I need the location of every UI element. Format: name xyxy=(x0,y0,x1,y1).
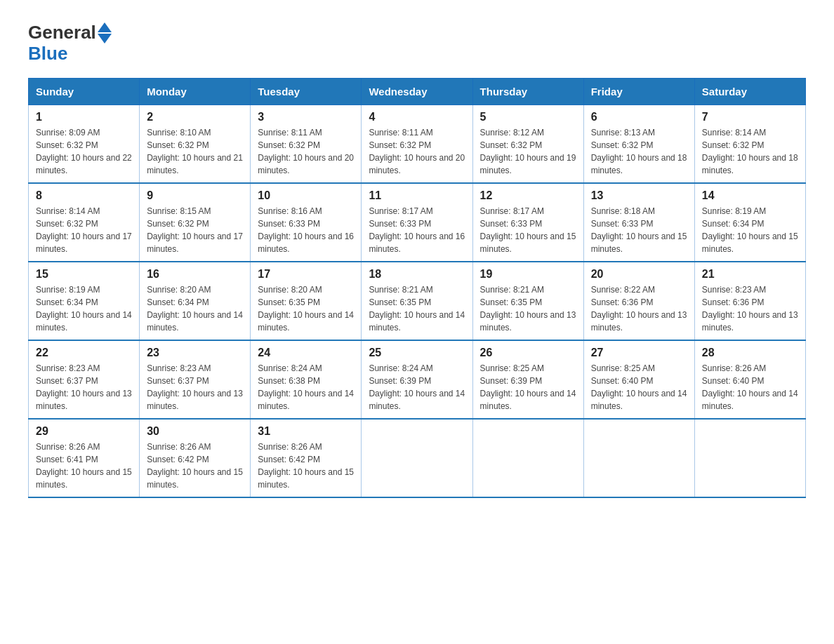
day-number: 9 xyxy=(147,189,243,202)
day-info: Sunrise: 8:11 AM Sunset: 6:32 PM Dayligh… xyxy=(258,126,354,177)
calendar-row: 15 Sunrise: 8:19 AM Sunset: 6:34 PM Dayl… xyxy=(29,262,806,340)
calendar-row: 29 Sunrise: 8:26 AM Sunset: 6:41 PM Dayl… xyxy=(29,419,806,497)
calendar-cell: 31 Sunrise: 8:26 AM Sunset: 6:42 PM Dayl… xyxy=(251,419,362,497)
calendar-cell: 28 Sunrise: 8:26 AM Sunset: 6:40 PM Dayl… xyxy=(694,340,805,419)
calendar-cell: 14 Sunrise: 8:19 AM Sunset: 6:34 PM Dayl… xyxy=(694,183,805,262)
day-number: 4 xyxy=(369,111,465,123)
calendar-cell xyxy=(694,419,805,497)
day-info: Sunrise: 8:26 AM Sunset: 6:42 PM Dayligh… xyxy=(258,441,354,491)
calendar-cell: 30 Sunrise: 8:26 AM Sunset: 6:42 PM Dayl… xyxy=(140,419,251,497)
calendar-cell: 15 Sunrise: 8:19 AM Sunset: 6:34 PM Dayl… xyxy=(29,262,140,340)
calendar-cell: 21 Sunrise: 8:23 AM Sunset: 6:36 PM Dayl… xyxy=(694,262,805,340)
day-info: Sunrise: 8:19 AM Sunset: 6:34 PM Dayligh… xyxy=(36,283,132,334)
calendar-cell: 8 Sunrise: 8:14 AM Sunset: 6:32 PM Dayli… xyxy=(29,183,140,262)
day-number: 19 xyxy=(480,268,576,281)
day-info: Sunrise: 8:16 AM Sunset: 6:33 PM Dayligh… xyxy=(258,205,354,255)
calendar-cell: 19 Sunrise: 8:21 AM Sunset: 6:35 PM Dayl… xyxy=(472,262,583,340)
day-info: Sunrise: 8:21 AM Sunset: 6:35 PM Dayligh… xyxy=(369,283,465,334)
day-info: Sunrise: 8:24 AM Sunset: 6:38 PM Dayligh… xyxy=(258,362,354,412)
column-header-tuesday: Tuesday xyxy=(251,78,362,105)
calendar-cell: 11 Sunrise: 8:17 AM Sunset: 6:33 PM Dayl… xyxy=(362,183,472,262)
calendar-cell: 9 Sunrise: 8:15 AM Sunset: 6:32 PM Dayli… xyxy=(140,183,251,262)
day-number: 8 xyxy=(36,189,132,202)
day-number: 10 xyxy=(258,189,354,202)
day-info: Sunrise: 8:10 AM Sunset: 6:32 PM Dayligh… xyxy=(147,126,243,177)
calendar-cell: 24 Sunrise: 8:24 AM Sunset: 6:38 PM Dayl… xyxy=(251,340,362,419)
day-number: 14 xyxy=(702,189,798,202)
day-number: 27 xyxy=(591,347,687,359)
page-header: General Blue xyxy=(28,21,806,64)
day-number: 6 xyxy=(591,111,687,123)
day-info: Sunrise: 8:23 AM Sunset: 6:37 PM Dayligh… xyxy=(147,362,243,412)
day-info: Sunrise: 8:20 AM Sunset: 6:34 PM Dayligh… xyxy=(147,283,243,334)
calendar-table: SundayMondayTuesdayWednesdayThursdayFrid… xyxy=(28,78,806,498)
calendar-cell: 3 Sunrise: 8:11 AM Sunset: 6:32 PM Dayli… xyxy=(251,105,362,183)
day-info: Sunrise: 8:20 AM Sunset: 6:35 PM Dayligh… xyxy=(258,283,354,334)
day-number: 1 xyxy=(36,111,132,123)
day-info: Sunrise: 8:15 AM Sunset: 6:32 PM Dayligh… xyxy=(147,205,243,255)
day-info: Sunrise: 8:11 AM Sunset: 6:32 PM Dayligh… xyxy=(369,126,465,177)
calendar-cell: 1 Sunrise: 8:09 AM Sunset: 6:32 PM Dayli… xyxy=(29,105,140,183)
day-number: 2 xyxy=(147,111,243,123)
day-info: Sunrise: 8:19 AM Sunset: 6:34 PM Dayligh… xyxy=(702,205,798,255)
day-info: Sunrise: 8:24 AM Sunset: 6:39 PM Dayligh… xyxy=(369,362,465,412)
calendar-cell xyxy=(362,419,472,497)
day-number: 29 xyxy=(36,425,132,438)
logo: General Blue xyxy=(28,21,112,64)
calendar-cell: 13 Sunrise: 8:18 AM Sunset: 6:33 PM Dayl… xyxy=(583,183,694,262)
day-info: Sunrise: 8:17 AM Sunset: 6:33 PM Dayligh… xyxy=(369,205,465,255)
calendar-cell: 10 Sunrise: 8:16 AM Sunset: 6:33 PM Dayl… xyxy=(251,183,362,262)
column-header-saturday: Saturday xyxy=(694,78,805,105)
day-info: Sunrise: 8:26 AM Sunset: 6:42 PM Dayligh… xyxy=(147,441,243,491)
column-header-monday: Monday xyxy=(140,78,251,105)
column-header-friday: Friday xyxy=(583,78,694,105)
day-info: Sunrise: 8:23 AM Sunset: 6:37 PM Dayligh… xyxy=(36,362,132,412)
calendar-cell: 25 Sunrise: 8:24 AM Sunset: 6:39 PM Dayl… xyxy=(362,340,472,419)
day-number: 20 xyxy=(591,268,687,281)
day-info: Sunrise: 8:14 AM Sunset: 6:32 PM Dayligh… xyxy=(36,205,132,255)
day-info: Sunrise: 8:26 AM Sunset: 6:41 PM Dayligh… xyxy=(36,441,132,491)
calendar-cell xyxy=(472,419,583,497)
calendar-cell: 26 Sunrise: 8:25 AM Sunset: 6:39 PM Dayl… xyxy=(472,340,583,419)
day-number: 18 xyxy=(369,268,465,281)
calendar-cell: 29 Sunrise: 8:26 AM Sunset: 6:41 PM Dayl… xyxy=(29,419,140,497)
day-number: 3 xyxy=(258,111,354,123)
day-info: Sunrise: 8:22 AM Sunset: 6:36 PM Dayligh… xyxy=(591,283,687,334)
calendar-cell: 23 Sunrise: 8:23 AM Sunset: 6:37 PM Dayl… xyxy=(140,340,251,419)
day-number: 26 xyxy=(480,347,576,359)
calendar-cell: 22 Sunrise: 8:23 AM Sunset: 6:37 PM Dayl… xyxy=(29,340,140,419)
day-info: Sunrise: 8:18 AM Sunset: 6:33 PM Dayligh… xyxy=(591,205,687,255)
calendar-cell: 16 Sunrise: 8:20 AM Sunset: 6:34 PM Dayl… xyxy=(140,262,251,340)
day-info: Sunrise: 8:25 AM Sunset: 6:39 PM Dayligh… xyxy=(480,362,576,412)
calendar-cell: 20 Sunrise: 8:22 AM Sunset: 6:36 PM Dayl… xyxy=(583,262,694,340)
calendar-row: 22 Sunrise: 8:23 AM Sunset: 6:37 PM Dayl… xyxy=(29,340,806,419)
calendar-cell: 27 Sunrise: 8:25 AM Sunset: 6:40 PM Dayl… xyxy=(583,340,694,419)
day-number: 17 xyxy=(258,268,354,281)
day-number: 15 xyxy=(36,268,132,281)
day-info: Sunrise: 8:25 AM Sunset: 6:40 PM Dayligh… xyxy=(591,362,687,412)
day-info: Sunrise: 8:14 AM Sunset: 6:32 PM Dayligh… xyxy=(702,126,798,177)
day-info: Sunrise: 8:26 AM Sunset: 6:40 PM Dayligh… xyxy=(702,362,798,412)
day-info: Sunrise: 8:12 AM Sunset: 6:32 PM Dayligh… xyxy=(480,126,576,177)
column-header-wednesday: Wednesday xyxy=(362,78,472,105)
day-number: 25 xyxy=(369,347,465,359)
day-number: 13 xyxy=(591,189,687,202)
column-header-thursday: Thursday xyxy=(472,78,583,105)
day-number: 5 xyxy=(480,111,576,123)
day-number: 23 xyxy=(147,347,243,359)
day-number: 24 xyxy=(258,347,354,359)
logo-text-blue: Blue xyxy=(28,43,67,64)
calendar-cell: 5 Sunrise: 8:12 AM Sunset: 6:32 PM Dayli… xyxy=(472,105,583,183)
day-number: 11 xyxy=(369,189,465,202)
day-number: 22 xyxy=(36,347,132,359)
day-number: 16 xyxy=(147,268,243,281)
day-info: Sunrise: 8:23 AM Sunset: 6:36 PM Dayligh… xyxy=(702,283,798,334)
day-number: 31 xyxy=(258,425,354,438)
calendar-row: 1 Sunrise: 8:09 AM Sunset: 6:32 PM Dayli… xyxy=(29,105,806,183)
day-number: 21 xyxy=(702,268,798,281)
calendar-row: 8 Sunrise: 8:14 AM Sunset: 6:32 PM Dayli… xyxy=(29,183,806,262)
day-info: Sunrise: 8:13 AM Sunset: 6:32 PM Dayligh… xyxy=(591,126,687,177)
column-header-sunday: Sunday xyxy=(29,78,140,105)
day-info: Sunrise: 8:21 AM Sunset: 6:35 PM Dayligh… xyxy=(480,283,576,334)
day-number: 30 xyxy=(147,425,243,438)
